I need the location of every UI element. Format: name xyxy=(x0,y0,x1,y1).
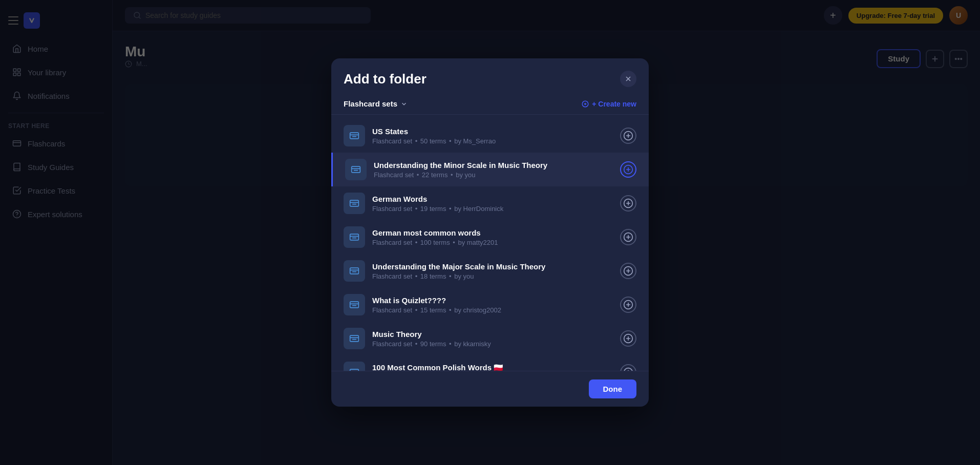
flashcard-set-icon xyxy=(349,131,359,141)
svg-rect-27 xyxy=(352,166,360,173)
modal-filter-row: Flashcard sets + Create new xyxy=(331,95,649,115)
item-title: Understanding the Minor Scale in Music T… xyxy=(374,161,613,170)
item-meta: Flashcard set • 22 terms • by you xyxy=(374,171,613,179)
add-to-folder-button-music-theory[interactable] xyxy=(620,330,636,347)
item-title: 100 Most Common Polish Words 🇵🇱 xyxy=(372,363,613,371)
item-icon-what-is-quizlet xyxy=(344,294,365,315)
svg-rect-42 xyxy=(350,268,359,274)
item-info-major-scale: Understanding the Major Scale in Music T… xyxy=(372,262,613,280)
modal-close-button[interactable] xyxy=(620,71,636,87)
list-item[interactable]: German most common words Flashcard set •… xyxy=(331,220,649,254)
list-item[interactable]: German Words Flashcard set • 19 terms • … xyxy=(331,186,649,220)
plus-circle-icon xyxy=(623,131,633,141)
list-item[interactable]: Understanding the Major Scale in Music T… xyxy=(331,254,649,288)
svg-rect-32 xyxy=(350,200,359,206)
item-meta: Flashcard set • 15 terms • by christog20… xyxy=(372,306,613,314)
item-title: What is Quizlet???? xyxy=(372,296,613,305)
flashcard-set-icon xyxy=(349,198,359,208)
modal-overlay[interactable]: Add to folder Flashcard sets + Create ne… xyxy=(0,0,980,465)
plus-circle-icon xyxy=(623,164,633,175)
item-meta: Flashcard set • 90 terms • by kkarnisky xyxy=(372,340,613,348)
create-new-folder-button[interactable]: + Create new xyxy=(582,100,636,108)
add-to-folder-button-german-common[interactable] xyxy=(620,229,636,245)
add-to-folder-button-polish-words[interactable] xyxy=(620,364,636,371)
flashcard-set-icon xyxy=(349,300,359,310)
item-meta: Flashcard set • 50 terms • by Ms_Serrao xyxy=(372,137,613,145)
flashcard-set-icon xyxy=(349,266,359,276)
item-info-polish-words: 100 Most Common Polish Words 🇵🇱 Flashcar… xyxy=(372,363,613,371)
item-meta: Flashcard set • 18 terms • by you xyxy=(372,272,613,280)
add-to-folder-button-major-scale[interactable] xyxy=(620,263,636,279)
item-title: US States xyxy=(372,127,613,136)
list-item[interactable]: 100 Most Common Polish Words 🇵🇱 Flashcar… xyxy=(331,355,649,371)
item-icon-german-words xyxy=(344,193,365,214)
filter-dropdown[interactable]: Flashcard sets xyxy=(344,99,408,108)
close-icon xyxy=(624,75,632,83)
flashcard-set-icon xyxy=(349,232,359,242)
item-title: Understanding the Major Scale in Music T… xyxy=(372,262,613,271)
plus-circle-icon xyxy=(623,333,633,344)
item-meta: Flashcard set • 19 terms • by HerrDomini… xyxy=(372,205,613,213)
modal-header: Add to folder xyxy=(331,58,649,95)
filter-label-text: Flashcard sets xyxy=(344,99,397,108)
svg-rect-47 xyxy=(350,302,359,308)
flashcard-set-icon xyxy=(349,367,359,371)
item-info-what-is-quizlet: What is Quizlet???? Flashcard set • 15 t… xyxy=(372,296,613,314)
item-info-music-theory: Music Theory Flashcard set • 90 terms • … xyxy=(372,330,613,348)
modal-footer: Done xyxy=(331,371,649,407)
plus-circle-icon xyxy=(623,367,633,371)
item-title: Music Theory xyxy=(372,330,613,339)
svg-rect-52 xyxy=(350,335,359,342)
item-title: German Words xyxy=(372,195,613,203)
svg-rect-37 xyxy=(350,234,359,240)
item-icon-us-states xyxy=(344,125,365,146)
create-new-label: + Create new xyxy=(592,100,636,108)
add-to-folder-button-us-states[interactable] xyxy=(620,128,636,144)
list-item[interactable]: What is Quizlet???? Flashcard set • 15 t… xyxy=(331,288,649,322)
flashcard-set-icon xyxy=(351,164,361,175)
item-icon-german-common xyxy=(344,226,365,248)
plus-circle-icon xyxy=(623,266,633,276)
add-to-folder-button-german-words[interactable] xyxy=(620,195,636,212)
plus-circle-icon xyxy=(623,232,633,242)
item-title: German most common words xyxy=(372,228,613,237)
item-info-minor-scale: Understanding the Minor Scale in Music T… xyxy=(374,161,613,179)
svg-rect-22 xyxy=(350,133,359,139)
modal-list: US States Flashcard set • 50 terms • by … xyxy=(331,115,649,371)
list-item[interactable]: Music Theory Flashcard set • 90 terms • … xyxy=(331,322,649,355)
item-icon-polish-words xyxy=(344,362,365,371)
item-info-german-words: German Words Flashcard set • 19 terms • … xyxy=(372,195,613,213)
item-icon-music-theory xyxy=(344,328,365,349)
add-to-folder-button-what-is-quizlet[interactable] xyxy=(620,297,636,313)
plus-circle-icon xyxy=(623,300,633,310)
add-to-folder-button-minor-scale[interactable] xyxy=(620,161,636,178)
plus-circle-icon xyxy=(582,100,589,108)
item-icon-minor-scale xyxy=(345,159,367,180)
list-item[interactable]: US States Flashcard set • 50 terms • by … xyxy=(331,119,649,153)
plus-circle-icon xyxy=(623,198,633,208)
list-item[interactable]: Understanding the Minor Scale in Music T… xyxy=(331,153,649,186)
chevron-down-icon xyxy=(400,100,408,108)
item-info-german-common: German most common words Flashcard set •… xyxy=(372,228,613,246)
modal-title: Add to folder xyxy=(344,71,427,87)
flashcard-set-icon xyxy=(349,333,359,344)
item-icon-major-scale xyxy=(344,260,365,282)
add-to-folder-modal: Add to folder Flashcard sets + Create ne… xyxy=(331,58,649,407)
item-meta: Flashcard set • 100 terms • by matty2201 xyxy=(372,239,613,246)
item-info-us-states: US States Flashcard set • 50 terms • by … xyxy=(372,127,613,145)
done-button[interactable]: Done xyxy=(589,379,637,398)
